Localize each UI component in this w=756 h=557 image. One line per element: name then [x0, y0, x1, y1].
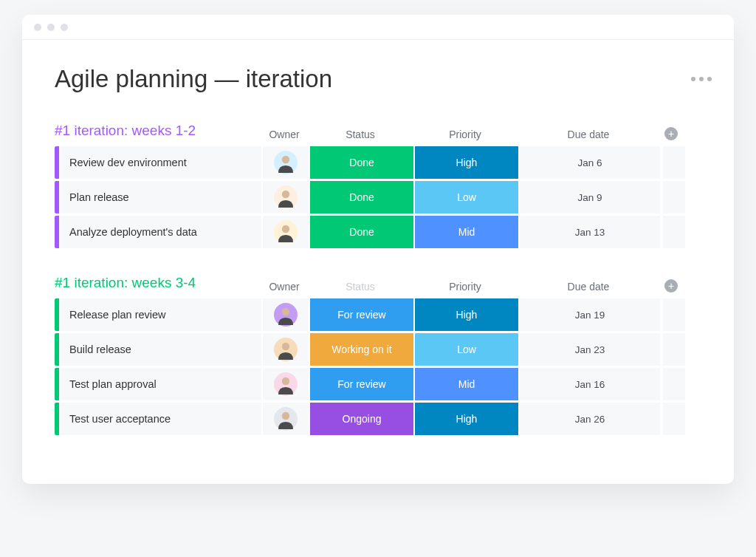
- due-date-cell[interactable]: Jan 26: [520, 403, 660, 435]
- status-cell[interactable]: Working on it: [310, 333, 413, 366]
- due-date-cell[interactable]: Jan 13: [520, 216, 660, 248]
- svg-point-9: [282, 343, 289, 350]
- task-name-cell[interactable]: Analyze deployment's data: [59, 216, 261, 248]
- add-column-button[interactable]: +: [659, 127, 684, 140]
- task-group: #1 iteration: weeks 3-4OwnerStatusPriori…: [55, 275, 712, 435]
- due-date-cell[interactable]: Jan 9: [520, 181, 660, 213]
- status-cell[interactable]: Done: [310, 146, 413, 179]
- page-header: Agile planning — iteration: [55, 65, 712, 93]
- extra-cell[interactable]: [663, 368, 685, 400]
- due-date-cell[interactable]: Jan 23: [520, 333, 660, 366]
- status-column-header[interactable]: Status: [309, 281, 412, 293]
- svg-point-7: [282, 308, 289, 315]
- status-cell[interactable]: For review: [310, 298, 413, 331]
- status-cell[interactable]: Ongoing: [310, 403, 413, 435]
- owner-cell[interactable]: [263, 146, 309, 179]
- avatar: [274, 220, 298, 244]
- svg-point-11: [282, 377, 289, 385]
- avatar: [274, 185, 298, 209]
- due-date-cell[interactable]: Jan 16: [520, 368, 660, 400]
- extra-cell[interactable]: [663, 146, 685, 179]
- owner-column-header[interactable]: Owner: [261, 129, 307, 140]
- task-row[interactable]: Plan releaseDoneLowJan 9: [55, 181, 712, 213]
- task-name-cell[interactable]: Release plan review: [59, 298, 261, 331]
- window-control-max[interactable]: [61, 24, 68, 31]
- owner-cell[interactable]: [263, 368, 309, 400]
- avatar: [274, 338, 298, 361]
- task-name-cell[interactable]: Build release: [59, 333, 261, 366]
- plus-icon: +: [664, 127, 678, 140]
- page-title: Agile planning — iteration: [55, 65, 332, 93]
- owner-column-header[interactable]: Owner: [261, 281, 307, 293]
- group-title[interactable]: #1 iteration: weeks 1-2: [55, 123, 261, 140]
- svg-point-5: [282, 225, 289, 233]
- due-column-header[interactable]: Due date: [518, 281, 659, 293]
- priority-cell[interactable]: High: [415, 403, 518, 435]
- priority-cell[interactable]: Low: [415, 181, 518, 213]
- task-group: #1 iteration: weeks 1-2OwnerStatusPriori…: [55, 123, 712, 248]
- owner-cell[interactable]: [263, 216, 309, 248]
- status-cell[interactable]: Done: [310, 216, 413, 248]
- avatar: [274, 372, 298, 396]
- group-header: #1 iteration: weeks 3-4OwnerStatusPriori…: [55, 275, 712, 293]
- window-control-close[interactable]: [34, 24, 41, 31]
- task-row[interactable]: Test plan approvalFor reviewMidJan 16: [55, 368, 712, 400]
- priority-cell[interactable]: Mid: [415, 368, 518, 400]
- priority-cell[interactable]: Mid: [415, 216, 518, 248]
- window-control-min[interactable]: [47, 24, 55, 31]
- task-row[interactable]: Build releaseWorking on itLowJan 23: [55, 333, 712, 366]
- avatar: [274, 303, 298, 327]
- task-name-cell[interactable]: Test user acceptance: [59, 403, 261, 435]
- status-column-header[interactable]: Status: [309, 129, 412, 140]
- group-header: #1 iteration: weeks 1-2OwnerStatusPriori…: [55, 123, 712, 140]
- task-row[interactable]: Review dev environmentDoneHighJan 6: [55, 146, 712, 179]
- status-cell[interactable]: Done: [310, 181, 413, 213]
- task-row[interactable]: Release plan reviewFor reviewHighJan 19: [55, 298, 712, 331]
- priority-cell[interactable]: High: [415, 298, 518, 331]
- avatar: [274, 151, 298, 174]
- svg-point-13: [282, 412, 289, 420]
- due-column-header[interactable]: Due date: [518, 129, 659, 140]
- group-title[interactable]: #1 iteration: weeks 3-4: [55, 275, 261, 293]
- priority-column-header[interactable]: Priority: [413, 129, 517, 140]
- task-name-cell[interactable]: Review dev environment: [59, 146, 261, 179]
- extra-cell[interactable]: [663, 216, 685, 248]
- plus-icon: +: [664, 279, 678, 293]
- app-window: Agile planning — iteration #1 iteration:…: [22, 15, 734, 484]
- owner-cell[interactable]: [263, 298, 309, 331]
- add-column-button[interactable]: +: [659, 279, 684, 293]
- priority-column-header[interactable]: Priority: [413, 281, 517, 293]
- priority-cell[interactable]: High: [415, 146, 518, 179]
- svg-point-3: [282, 191, 289, 198]
- owner-cell[interactable]: [263, 333, 309, 366]
- extra-cell[interactable]: [663, 333, 685, 366]
- due-date-cell[interactable]: Jan 6: [520, 146, 660, 179]
- avatar: [274, 407, 298, 431]
- status-cell[interactable]: For review: [310, 368, 413, 400]
- task-row[interactable]: Analyze deployment's dataDoneMidJan 13: [55, 216, 712, 248]
- extra-cell[interactable]: [663, 298, 685, 331]
- task-row[interactable]: Test user acceptanceOngoingHighJan 26: [55, 403, 712, 435]
- svg-point-1: [282, 156, 289, 163]
- due-date-cell[interactable]: Jan 19: [520, 298, 660, 331]
- page-content: Agile planning — iteration #1 iteration:…: [22, 40, 734, 484]
- extra-cell[interactable]: [663, 403, 685, 435]
- extra-cell[interactable]: [663, 181, 685, 213]
- owner-cell[interactable]: [263, 181, 309, 213]
- priority-cell[interactable]: Low: [415, 333, 518, 366]
- more-options-icon[interactable]: [691, 77, 712, 81]
- task-name-cell[interactable]: Test plan approval: [59, 368, 261, 400]
- owner-cell[interactable]: [263, 403, 309, 435]
- window-titlebar: [22, 15, 734, 40]
- task-name-cell[interactable]: Plan release: [59, 181, 261, 213]
